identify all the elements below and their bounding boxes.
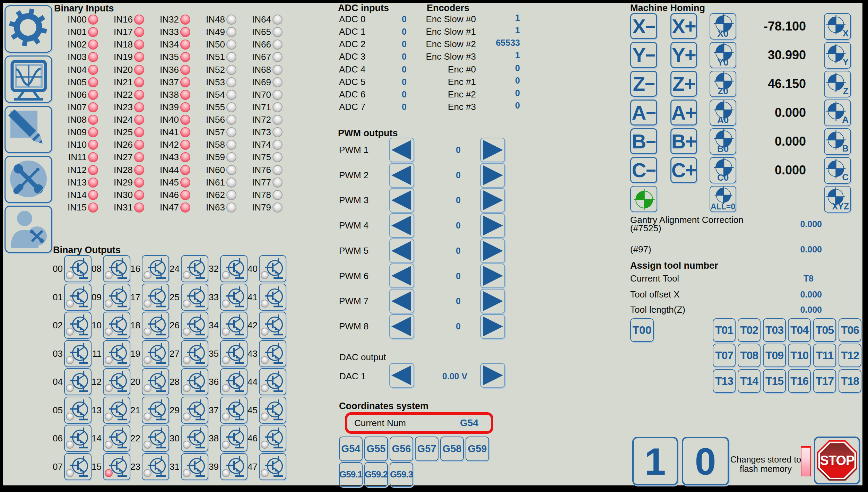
svg-text:STOP: STOP [820,453,854,468]
